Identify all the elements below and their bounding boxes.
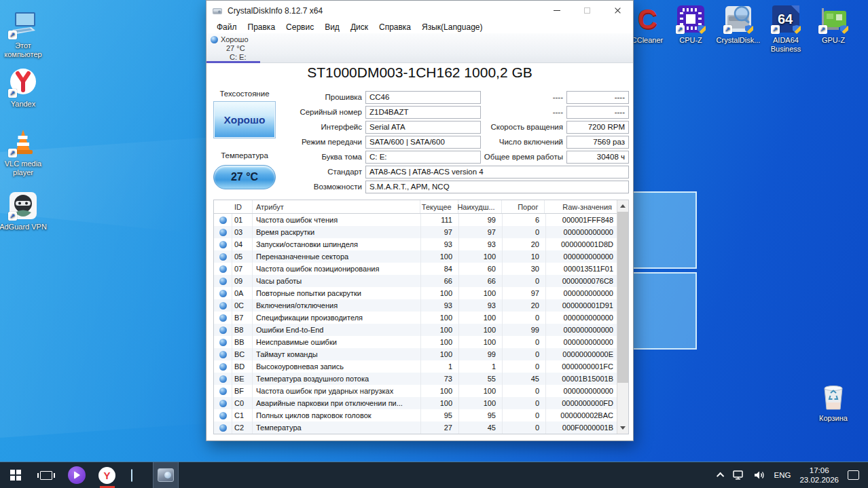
windows-logo-icon (10, 470, 21, 481)
action-center-icon[interactable] (848, 470, 859, 480)
drive-tab[interactable]: Хорошо 27 °C C: E: (206, 33, 260, 63)
yandex-browser-button[interactable]: Y (92, 462, 122, 488)
network-icon[interactable] (733, 470, 745, 480)
smart-row[interactable]: 0A Повторные попытки раскрутки 100 100 9… (214, 287, 618, 299)
gpu-z-icon: ↗ (818, 4, 848, 34)
vertical-scrollbar[interactable] (617, 200, 628, 434)
smart-row[interactable]: 0C Включения/отключения 93 93 20 0000000… (214, 299, 618, 312)
scrollbar-up-button[interactable] (617, 200, 628, 212)
smart-row[interactable]: C2 Температура 27 45 0 000F0000001B (214, 421, 618, 434)
shortcut-arrow-icon: ↗ (8, 212, 17, 221)
row-health-orb (214, 299, 232, 312)
smart-row[interactable]: C1 Полных циклов парковок головок 95 95 … (214, 409, 618, 421)
menu-item[interactable]: Сервис (281, 22, 319, 32)
cell-attribute: Часы работы (253, 275, 421, 287)
desktop-icon-adguard-vpn[interactable]: ↗ AdGuard VPN (0, 191, 48, 231)
tray-expand-chevron-icon[interactable] (716, 472, 723, 480)
smart-row[interactable]: 01 Частота ошибок чтения 111 99 6 000001… (214, 214, 618, 226)
header-threshold[interactable]: Порог (502, 200, 545, 213)
volume-icon[interactable] (754, 470, 765, 480)
cell-current: 100 (421, 336, 459, 348)
crystaldiskinfo-icon: ↗ (723, 4, 753, 34)
menu-item[interactable]: Файл (211, 22, 242, 32)
desktop-icon-gpu-z[interactable]: ↗ GPU-Z (809, 4, 858, 45)
menu-item[interactable]: Вид (319, 22, 345, 32)
alice-assistant-button[interactable] (61, 462, 92, 488)
field-value-box: ---- (566, 106, 629, 119)
smart-row[interactable]: BC Таймаут команды 100 99 0 00000000000E (214, 348, 618, 360)
desktop-icon-recycle-bin[interactable]: Корзина (809, 382, 858, 423)
cell-worst: 55 (459, 373, 503, 385)
cell-worst: 93 (459, 299, 503, 312)
desktop-icon-yandex[interactable]: ↗ Yandex (0, 68, 48, 109)
header-attribute[interactable]: Атрибут (253, 200, 420, 213)
blue-orb-icon (219, 351, 227, 358)
scrollbar-down-button[interactable] (617, 422, 628, 434)
cell-raw: 0000000000FD (546, 397, 618, 409)
header-worst[interactable]: Наихудш... (458, 200, 502, 213)
cell-id: 09 (232, 275, 253, 287)
file-explorer-button[interactable] (122, 462, 153, 488)
field-value-box: Z1D4BAZT (365, 106, 481, 119)
vlc-icon: ↗ (8, 128, 38, 157)
cell-current: 93 (421, 299, 459, 312)
language-indicator[interactable]: ENG (774, 471, 791, 479)
task-view-icon (40, 471, 52, 480)
header-id[interactable]: ID (232, 200, 253, 213)
smart-row[interactable]: BE Температура воздушного потока 73 55 4… (214, 373, 618, 385)
smart-row[interactable]: 03 Время раскрутки 97 97 0 000000000000 (214, 226, 618, 238)
smart-row[interactable]: BF Частота ошибок при ударных нагрузках … (214, 385, 618, 397)
windows-logo-pane (630, 272, 697, 350)
header-current[interactable]: Текущее (420, 200, 458, 213)
cell-threshold: 0 (503, 409, 546, 421)
desktop-icon-vlc[interactable]: ↗ VLC media player (0, 128, 48, 177)
cell-worst: 93 (459, 238, 503, 250)
smart-row[interactable]: B7 Спецификации производителя 100 100 0 … (214, 312, 618, 324)
blue-orb-icon (219, 412, 227, 419)
cell-raw: 00001B15001B (546, 373, 618, 385)
field-label: Возможности (206, 183, 365, 191)
cell-raw: 0000000076C8 (546, 275, 618, 287)
smart-row[interactable]: BB Неисправимые ошибки 100 100 0 0000000… (214, 336, 618, 348)
cell-worst: 100 (459, 336, 503, 348)
menu-item[interactable]: Диск (345, 22, 374, 32)
field-label: Режим передачи (206, 138, 365, 146)
smart-row[interactable]: 07 Частота ошибок позиционирования 84 60… (214, 263, 618, 275)
desktop-icon-this-pc[interactable]: ↗ Этот компьютер (0, 10, 48, 59)
scrollbar-thumb[interactable] (617, 212, 628, 383)
taskbar-clock[interactable]: 17:06 23.02.2026 (799, 466, 839, 485)
desktop-icon-crystaldisk[interactable]: ↗ CrystalDisk... (714, 4, 763, 45)
cell-current: 73 (421, 373, 459, 385)
desktop-icon-aida64[interactable]: 64 ↗ AIDA64 Business (761, 4, 810, 54)
menu-item[interactable]: Справка (374, 22, 416, 32)
cell-attribute: Включения/отключения (253, 299, 421, 312)
minimize-button[interactable] (541, 1, 572, 20)
smart-row[interactable]: 05 Переназначенные сектора 100 100 10 00… (214, 250, 618, 263)
row-health-orb (214, 336, 232, 348)
menu-item[interactable]: Язык(Language) (416, 22, 488, 32)
smart-row[interactable]: BD Высокоуровневая запись 1 1 0 00000000… (214, 360, 618, 373)
cell-worst: 1 (459, 360, 503, 373)
cell-id: 0C (232, 299, 253, 312)
crystaldiskinfo-taskbar-button[interactable] (153, 462, 179, 488)
task-view-button[interactable] (31, 462, 61, 488)
smart-row[interactable]: 09 Часы работы 66 66 0 0000000076C8 (214, 275, 618, 287)
desktop-icon-cpu-z[interactable]: ↗ CPU-Z (666, 4, 715, 45)
cell-worst: 100 (459, 287, 503, 299)
smart-row[interactable]: C0 Аварийные парковки при отключении пи.… (214, 397, 618, 409)
cell-id: 01 (232, 214, 253, 226)
start-button[interactable] (0, 462, 31, 488)
smart-row[interactable]: 04 Запуски/остановки шпинделя 93 93 20 0… (214, 238, 618, 250)
yandex-browser-icon: Y (98, 467, 115, 484)
header-raw[interactable]: Raw-значения (545, 200, 617, 213)
window-titlebar[interactable]: CrystalDiskInfo 8.12.7 x64 (206, 1, 633, 20)
maximize-button[interactable] (572, 1, 602, 20)
shortcut-arrow-icon: ↗ (818, 25, 827, 34)
menu-item[interactable]: Правка (242, 22, 281, 32)
close-button[interactable] (602, 1, 633, 20)
smart-row[interactable]: B8 Ошибки End-to-End 100 100 99 00000000… (214, 324, 618, 336)
shortcut-arrow-icon: ↗ (8, 89, 17, 98)
cell-attribute: Аварийные парковки при отключении пи... (253, 397, 421, 409)
row-health-orb (214, 397, 232, 409)
cell-current: 100 (421, 385, 459, 397)
